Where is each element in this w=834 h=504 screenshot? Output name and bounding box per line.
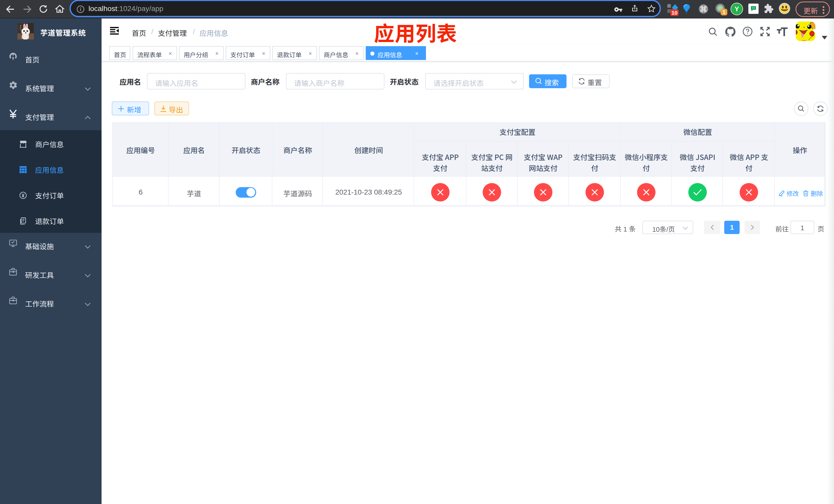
svg-text:Y: Y (734, 5, 739, 13)
svg-text:1: 1 (722, 9, 725, 15)
svg-text:10: 10 (672, 10, 677, 16)
